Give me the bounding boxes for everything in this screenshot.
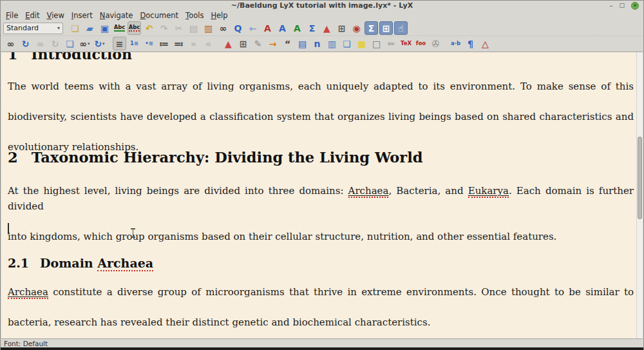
section-number: 1 [8, 52, 17, 63]
character-style-icon[interactable]: a·b [449, 37, 462, 50]
insert-index-icon[interactable]: ▤ [296, 37, 309, 50]
copy-icon[interactable]: ▤ [187, 21, 200, 35]
open-document-icon[interactable]: ▰ [83, 21, 97, 35]
numbered-list-icon[interactable]: 1≡ [128, 37, 141, 50]
redo-icon[interactable]: ↷ [157, 21, 171, 35]
menu-item-help[interactable]: Help [211, 11, 227, 20]
paragraph-settings-icon[interactable]: ¶ [464, 37, 477, 50]
toggle-math-toolbar-icon[interactable]: Σ [365, 21, 378, 35]
increase-depth-icon[interactable]: » [187, 37, 200, 50]
insert-table-icon[interactable]: ⊞ [236, 37, 250, 50]
paste-icon[interactable]: ▥ [202, 21, 215, 35]
section-heading-2: 2Taxonomic Hierarchy: Dividing the Livin… [8, 149, 634, 166]
view-other-formats-icon[interactable]: ∞▾ [78, 37, 91, 50]
bottom-edge [1, 347, 643, 350]
scrollbar-thumb[interactable] [638, 137, 642, 219]
decrease-depth-icon[interactable]: « [202, 37, 215, 50]
maximize-icon[interactable]: □ [619, 3, 625, 8]
find-replace-icon[interactable]: ∞ [216, 21, 230, 35]
menubar: FileEditViewInsertNavigateDocumentToolsH… [1, 10, 643, 21]
toggle-review-toolbar-icon[interactable]: ☝ [394, 21, 408, 35]
section-title: Taxonomic Hierarchy: Dividing the Living… [32, 149, 423, 166]
thesaurus-icon[interactable]: △ [478, 37, 492, 50]
toolbar-standard-icons: ❏▰▣AbcAbc↶↷✂▤▥∞Q←AAAΣ▲⊞◉Σ⊞☝ [68, 21, 408, 35]
toggle-table-toolbar-icon[interactable]: ⊞ [379, 21, 393, 35]
toolbar-standard: Standard ▾ ❏▰▣AbcAbc↶↷✂▤▥∞Q←AAAΣ▲⊞◉Σ⊞☝ [1, 21, 643, 36]
minimize-icon[interactable]: – [609, 3, 612, 9]
insert-listing-icon[interactable]: foo [414, 37, 428, 50]
spellcheck-icon[interactable]: Abc [113, 21, 126, 35]
titlebar[interactable]: ~/Baeldung LyX tutorial with image.lyx* … [1, 1, 643, 10]
subsection-title: Domain Archaea [40, 256, 153, 270]
insert-cross-reference-icon[interactable]: → [266, 37, 279, 50]
document-canvas[interactable]: 1Introduction The world teems with a vas… [1, 52, 643, 338]
back-icon[interactable]: ← [246, 21, 260, 35]
bullet-list-icon[interactable]: •≡ [142, 37, 156, 50]
insert-table-icon[interactable]: ⊞ [335, 21, 348, 35]
misspelled-word: Eukarya [468, 185, 509, 198]
include-file-icon[interactable]: ✇ [429, 37, 442, 50]
save-document-icon[interactable]: ▣ [98, 21, 111, 35]
mouse-cursor-ibeam-icon [130, 228, 136, 238]
search-icon[interactable]: Q [231, 21, 245, 35]
cut-icon[interactable]: ✂ [172, 21, 185, 35]
update-icon[interactable]: ↻ [19, 37, 32, 50]
continuous-spellcheck-icon[interactable]: Abc [128, 21, 141, 35]
menu-item-tools[interactable]: Tools [185, 11, 204, 20]
subsection-number: 2.1 [8, 256, 29, 270]
vertical-scrollbar[interactable] [636, 52, 643, 338]
insert-hyperlink-icon[interactable]: ✏ [384, 37, 398, 50]
paragraph-style-value: Standard [6, 24, 39, 32]
section-number: 2 [8, 149, 18, 166]
labeling-list-icon[interactable]: ≕ [172, 37, 185, 50]
menu-item-file[interactable]: File [6, 11, 18, 20]
text-line: bacteria, research has revealed their di… [8, 315, 634, 331]
apply-style-icon[interactable]: A [290, 21, 304, 35]
toolbar-view-extra: ∞↻∞↻❏∞▾↻▾≡1≡•≡≔≕»«▲⊞✎→“▤n▥❏■□✏TeXfoo✇a·b… [1, 36, 643, 52]
text-line: The world teems with a vast array of liv… [8, 79, 634, 110]
chevron-down-icon: ▾ [102, 41, 105, 46]
close-icon[interactable]: ✕ [631, 2, 639, 10]
undo-icon[interactable]: ↶ [142, 21, 156, 35]
window-controls: – □ ✕ [609, 1, 639, 10]
section-heading-1: 1Introduction [8, 52, 634, 63]
status-bar: Font: Default [1, 338, 643, 347]
menu-item-view[interactable]: View [47, 11, 64, 20]
paragraph-style-icon[interactable]: ≡ [113, 37, 126, 50]
insert-graphics-icon[interactable]: ▲ [320, 21, 334, 35]
toolbar-separator [107, 43, 112, 44]
status-font-label: Font: Default [4, 340, 48, 347]
paragraph-intro: The world teems with a vast array of liv… [8, 79, 634, 155]
menu-item-document[interactable]: Document [140, 11, 178, 20]
update-master-icon[interactable]: ↻ [48, 37, 62, 50]
view-master-icon[interactable]: ∞ [33, 37, 47, 50]
insert-note-icon[interactable]: ■ [355, 37, 368, 50]
menu-item-insert[interactable]: Insert [71, 11, 93, 20]
insert-label-icon[interactable]: ✎ [251, 37, 265, 50]
noun-style-icon[interactable]: A [276, 21, 289, 35]
description-list-icon[interactable]: ≔ [157, 37, 171, 50]
insert-footnote-icon[interactable]: n [310, 37, 324, 50]
emphasis-icon[interactable]: A [261, 21, 274, 35]
view-source-icon[interactable]: ❏ [63, 37, 77, 50]
insert-citation-icon[interactable]: “ [281, 37, 294, 50]
text-line: into kingdoms, which group organisms bas… [8, 229, 634, 245]
insert-float-icon[interactable]: ❏ [340, 37, 354, 50]
insert-box-icon[interactable]: □ [370, 37, 383, 50]
outline-navigator-icon[interactable]: ◉ [350, 21, 363, 35]
new-document-icon[interactable]: ❏ [68, 21, 82, 35]
paragraph-archaea: Archaea constitute a diverse group of mi… [8, 285, 634, 331]
insert-graphics-icon[interactable]: ▲ [222, 37, 235, 50]
toolbar-separator [216, 43, 221, 44]
misspelled-word: Archaea [8, 286, 48, 299]
text-line: Archaea constitute a diverse group of mi… [8, 285, 634, 315]
update-other-formats-icon[interactable]: ↻▾ [93, 37, 106, 50]
menu-item-edit[interactable]: Edit [25, 11, 39, 20]
insert-marginalnote-icon[interactable]: ▥ [325, 37, 339, 50]
misspelled-word: Archaea [97, 256, 153, 271]
menu-item-navigate[interactable]: Navigate [100, 11, 133, 20]
insert-tex-icon[interactable]: TeX [399, 37, 413, 50]
insert-math-icon[interactable]: Σ [305, 21, 319, 35]
paragraph-style-selector[interactable]: Standard ▾ [3, 23, 63, 34]
view-icon[interactable]: ∞ [4, 37, 17, 50]
